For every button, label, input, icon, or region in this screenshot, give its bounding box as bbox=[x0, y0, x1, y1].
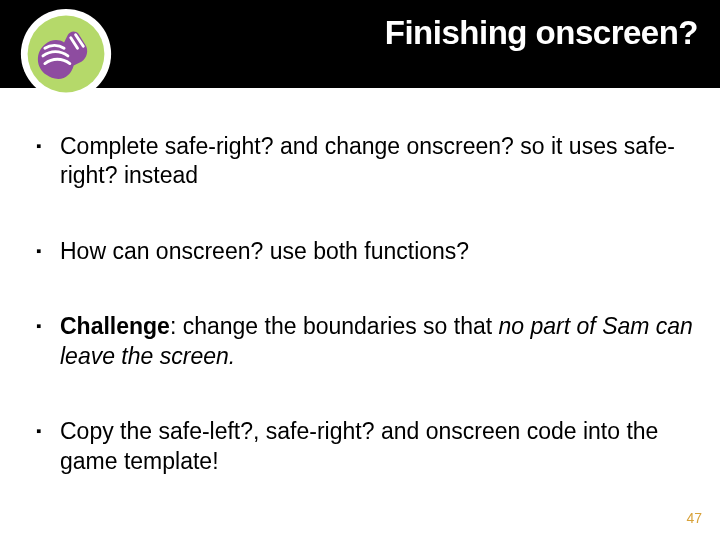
bullet-icon: ▪ bbox=[36, 417, 46, 445]
bullet-text: How can onscreen? use both functions? bbox=[60, 237, 696, 266]
bullet-icon: ▪ bbox=[36, 312, 46, 340]
bullet-text: Complete safe-right? and change onscreen… bbox=[60, 132, 696, 191]
challenge-colon: : change the boundaries so that bbox=[170, 313, 499, 339]
bullet-item: ▪ Complete safe-right? and change onscre… bbox=[36, 132, 696, 191]
bullet-icon: ▪ bbox=[36, 132, 46, 160]
header-bar: Finishing onscreen? bbox=[0, 0, 720, 88]
bullet-item: ▪ How can onscreen? use both functions? bbox=[36, 237, 696, 266]
bullet-icon: ▪ bbox=[36, 237, 46, 265]
slide-body: ▪ Complete safe-right? and change onscre… bbox=[36, 132, 696, 522]
slide: Finishing onscreen? ▪ Complete bbox=[0, 0, 720, 540]
slide-title: Finishing onscreen? bbox=[385, 14, 698, 52]
logo-icon bbox=[18, 6, 114, 102]
bullet-text: Challenge: change the boundaries so that… bbox=[60, 312, 696, 371]
challenge-label: Challenge bbox=[60, 313, 170, 339]
bullet-item: ▪ Copy the safe-left?, safe-right? and o… bbox=[36, 417, 696, 476]
page-number: 47 bbox=[686, 510, 702, 526]
bullet-item: ▪ Challenge: change the boundaries so th… bbox=[36, 312, 696, 371]
bullet-text: Copy the safe-left?, safe-right? and ons… bbox=[60, 417, 696, 476]
